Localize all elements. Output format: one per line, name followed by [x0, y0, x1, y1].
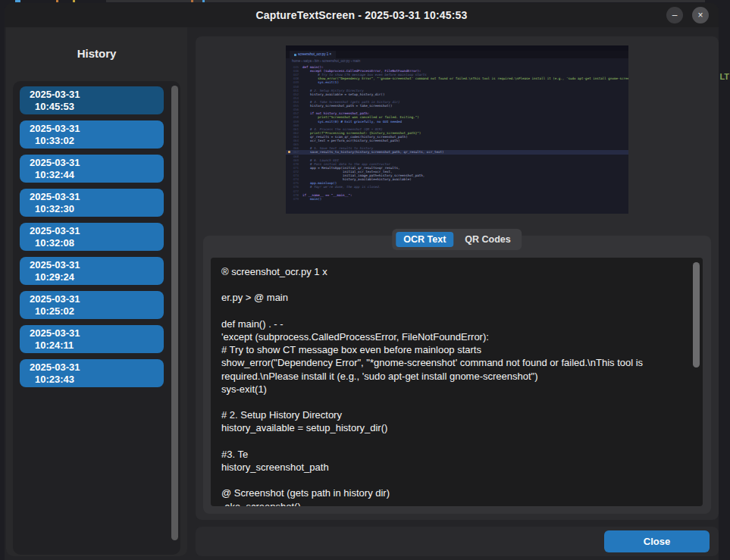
mini-editor-tabrow: screenshot_ocr.py 1 ×: [286, 51, 628, 58]
mini-editor-tab: screenshot_ocr.py 1 ×: [290, 51, 336, 58]
ocr-text-line: [221, 278, 685, 291]
ocr-text-line: 'except (subprocess.CalledProcessError, …: [221, 330, 685, 343]
history-item-date: 2025-03-31: [30, 259, 164, 271]
desktop-speck: [56, 0, 58, 2]
desktop-speck: [15, 0, 20, 2]
main-panel: screenshot_ocr.py 1 × home › satya › bin…: [196, 36, 719, 520]
result-tab-label: QR Codes: [465, 234, 510, 245]
mini-line-text: main(): [302, 197, 321, 201]
ocr-text-line: def main() . - -: [221, 318, 685, 330]
close-button[interactable]: Close: [604, 530, 710, 552]
desktop-speck: [191, 0, 193, 2]
history-item-date: 2025-03-31: [30, 191, 164, 203]
history-item-time: 10:23:43: [35, 374, 164, 386]
history-item[interactable]: 2025-03-31 10:45:53: [20, 86, 164, 114]
ocr-text-line: ® screenshot_ocr.py 1 x: [221, 265, 685, 278]
ocr-text-line: @ Screenshot (gets path in history dir): [221, 486, 685, 499]
mini-line-number: 479: [286, 197, 302, 201]
titlebar[interactable]: CaptureTextScreen - 2025-03-31 10:45:53 …: [5, 3, 719, 27]
history-item[interactable]: 2025-03-31 10:23:43: [20, 359, 164, 387]
mini-editor-breadcrumb: home › satya › bin › screenshot_ocr.py ›…: [286, 58, 628, 64]
history-heading: History: [6, 47, 187, 60]
ocr-text-line: history_screenshot_path: [221, 461, 685, 474]
mini-editor-tab-label: screenshot_ocr.py 1 ×: [298, 51, 331, 58]
python-icon: [294, 54, 296, 56]
ocr-text-line: required.\nPlease install it (e.g., 'sud…: [221, 370, 685, 383]
ocr-text-line: er.py > @ main: [221, 291, 685, 304]
history-item-date: 2025-03-31: [30, 123, 164, 135]
history-sidebar: History 2025-03-31 10:45:53 2025-03-31 1…: [6, 27, 187, 556]
mini-editor-titlebar: [286, 45, 628, 51]
history-item-date: 2025-03-31: [30, 361, 164, 374]
result-tab[interactable]: OCR Text: [396, 232, 453, 247]
history-item-time: 10:32:44: [35, 169, 164, 181]
history-item-time: 10:32:30: [35, 203, 164, 215]
history-items: 2025-03-31 10:45:53 2025-03-31 10:33:02 …: [13, 81, 180, 387]
result-tab-label: OCR Text: [403, 234, 446, 245]
history-item-date: 2025-03-31: [30, 89, 164, 101]
history-item[interactable]: 2025-03-31 10:25:02: [20, 291, 164, 319]
history-item-time: 10:45:53: [35, 101, 164, 113]
mini-code-line: 479 main(): [286, 197, 628, 201]
history-item[interactable]: 2025-03-31 10:32:44: [20, 155, 164, 183]
ocr-text-line: sys-exit(1): [221, 383, 685, 396]
history-item[interactable]: 2025-03-31 10:33:02: [20, 120, 164, 149]
background-code-fragment: LT: [719, 72, 729, 81]
ocr-text-lines: ® screenshot_ocr.py 1 x er.py > @ main d…: [221, 265, 685, 506]
ocr-text-line: #3. Te: [221, 448, 685, 461]
ocr-text-line: [221, 474, 685, 486]
footer-bar: Close: [196, 527, 719, 556]
history-item-date: 2025-03-31: [30, 327, 164, 339]
ocr-text-line: [221, 435, 685, 448]
history-item-time: 10:25:02: [35, 305, 164, 318]
screenshot-preview-image: screenshot_ocr.py 1 × home › satya › bin…: [286, 45, 628, 214]
history-item[interactable]: 2025-03-31 10:29:24: [20, 257, 164, 285]
ocr-text-line: # Try to show CT message box even before…: [221, 343, 685, 356]
history-item[interactable]: 2025-03-31 10:32:08: [20, 223, 164, 251]
history-item-time: 10:32:08: [35, 237, 164, 249]
history-item-date: 2025-03-31: [30, 157, 164, 169]
ocr-content-panel: ® screenshot_ocr.py 1 x er.py > @ main d…: [203, 236, 711, 514]
history-item[interactable]: 2025-03-31 10:32:30: [20, 189, 164, 217]
ocr-scrollbar-thumb[interactable]: [693, 262, 700, 368]
ocr-text-line: show_error("Dependency Error", "*gnome-s…: [221, 356, 685, 369]
close-window-button[interactable]: ×: [692, 7, 709, 23]
ocr-text-line: [221, 396, 685, 408]
history-list: 2025-03-31 10:45:53 2025-03-31 10:33:02 …: [13, 81, 180, 555]
background-window-edge: [106, 0, 705, 2]
window-title: CaptureTextScreen - 2025-03-31 10:45:53: [255, 9, 467, 21]
desktop-speck: [202, 0, 205, 2]
minimize-button[interactable]: –: [666, 7, 683, 23]
history-item[interactable]: 2025-03-31 10:24:11: [20, 325, 164, 353]
history-item-time: 10:33:02: [35, 135, 164, 147]
result-tab[interactable]: QR Codes: [457, 232, 518, 247]
ocr-text-box[interactable]: ® screenshot_ocr.py 1 x er.py > @ main d…: [211, 258, 703, 506]
desktop-speck: [73, 0, 75, 2]
history-item-time: 10:24:11: [35, 339, 164, 352]
history-item-date: 2025-03-31: [30, 225, 164, 237]
ocr-text-line: -ake_screenshot(): [221, 500, 685, 506]
mini-editor-code: 445 def main(): 446 except (subprocess.C…: [286, 64, 628, 214]
result-tabs: OCR Text QR Codes: [392, 229, 522, 250]
history-item-date: 2025-03-31: [30, 293, 164, 305]
ocr-text-line: [221, 305, 685, 318]
history-scrollbar-thumb[interactable]: [171, 86, 178, 540]
ocr-text-line: history_available = setup_history_dir(): [221, 421, 685, 434]
app-window: CaptureTextScreen - 2025-03-31 10:45:53 …: [5, 3, 719, 560]
history-item-time: 10:29:24: [35, 271, 164, 283]
ocr-text-line: # 2. Setup History Directory: [221, 408, 685, 421]
